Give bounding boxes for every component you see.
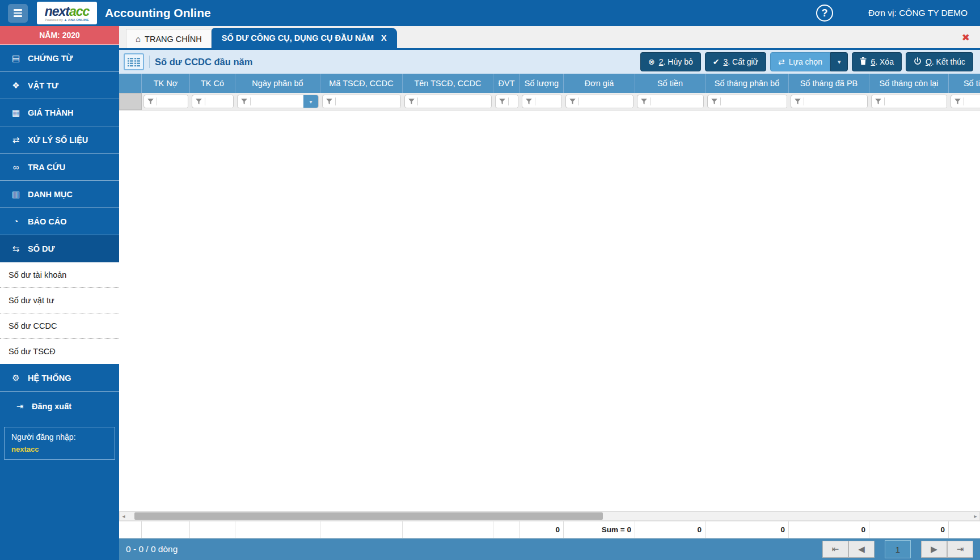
column-header[interactable]: Ngày phân bổ (235, 74, 320, 93)
filter-input[interactable] (495, 95, 518, 108)
filter-input[interactable] (192, 95, 234, 108)
filter-text-input[interactable] (509, 95, 518, 108)
sidebar-item-data-processing[interactable]: ⇄XỬ LÝ SỐ LIỆU (0, 126, 119, 154)
sidebar: NĂM: 2020 ▤CHỨNG TỪ❖VẬT TƯ▦GIÁ THÀNH⇄XỬ … (0, 26, 119, 560)
select-dropdown-button[interactable]: ▾ (830, 52, 848, 71)
delete-button[interactable]: 6. Xóa (852, 52, 902, 71)
filter-input[interactable] (951, 95, 980, 108)
scroll-right-arrow[interactable]: ▸ (971, 512, 979, 520)
scrollbar-thumb[interactable] (134, 512, 603, 520)
column-header[interactable]: TK Có (190, 74, 235, 93)
summary-cell (119, 521, 142, 538)
filter-input[interactable]: ▾ (237, 95, 319, 108)
filter-text-input[interactable] (721, 95, 787, 108)
filter-text-input[interactable] (579, 95, 633, 108)
filter-funnel-icon (795, 99, 801, 105)
filter-input[interactable] (404, 95, 492, 108)
filter-input[interactable] (565, 95, 633, 108)
filter-funnel-icon (954, 99, 961, 105)
select-button[interactable]: ⇄Lựa chọn (770, 52, 830, 71)
finish-button[interactable]: Q. Kết thúc (906, 52, 973, 71)
check-icon: ✔ (713, 57, 720, 66)
filter-cell (320, 93, 403, 110)
filter-funnel-icon (241, 99, 247, 105)
next-page-icon: ▶ (931, 544, 937, 554)
scroll-left-arrow[interactable]: ◂ (120, 512, 128, 520)
app-window: nextacc Powered by ▲ ANA ONLINE Accounti… (0, 0, 980, 560)
submenu-item[interactable]: Số dư vật tư (0, 288, 119, 313)
grid-view-icon[interactable] (124, 53, 144, 70)
sidebar-item-catalog[interactable]: ▥DANH MỤC (0, 181, 119, 208)
filter-text-input[interactable] (336, 95, 400, 108)
grid-body (119, 111, 980, 511)
row-header-cell (119, 93, 142, 110)
column-header[interactable]: TK Nợ (142, 74, 190, 93)
filter-input[interactable] (707, 95, 787, 108)
filter-cell (403, 93, 493, 110)
cancel-button[interactable]: ⊗2. Hủy bỏ (640, 52, 701, 71)
app-title: Accounting Online (105, 6, 211, 20)
column-header[interactable]: Số tháng đã PB (789, 74, 869, 93)
sidebar-item-label: GIÁ THÀNH (28, 108, 74, 117)
filter-text-input[interactable] (650, 95, 703, 108)
filter-text-input[interactable] (418, 95, 491, 108)
filter-funnel-icon (875, 99, 881, 105)
submenu-item[interactable]: Số dư TSCĐ (0, 339, 119, 364)
next-page-button[interactable]: ▶ (921, 541, 947, 558)
sidebar-item-pie-chart[interactable]: ◔BÁO CÁO (0, 208, 119, 235)
filter-input[interactable] (637, 95, 704, 108)
tab-so-du-ccdc[interactable]: SỐ DƯ CÔNG CỤ, DỤNG CỤ ĐẦU NĂM X (212, 28, 397, 48)
column-header[interactable]: Số tiề (949, 74, 980, 93)
submenu-item[interactable]: Số dư tài khoản (0, 262, 119, 288)
sidebar-item-documents[interactable]: ▤CHỨNG TỪ (0, 45, 119, 72)
sign-out-icon: ⇥ (12, 401, 27, 411)
filter-text-input[interactable] (251, 95, 303, 108)
filter-funnel-icon (196, 99, 202, 105)
year-banner: NĂM: 2020 (0, 26, 119, 45)
filter-calendar-dropdown[interactable]: ▾ (303, 95, 318, 108)
horizontal-scrollbar[interactable]: ◂ ▸ (119, 511, 980, 521)
help-icon[interactable]: ? (816, 5, 833, 22)
column-header[interactable]: ĐVT (493, 74, 520, 93)
sidebar-item-cost[interactable]: ▦GIÁ THÀNH (0, 99, 119, 126)
column-header-empty[interactable] (119, 74, 142, 93)
filter-input[interactable] (871, 95, 947, 108)
first-page-button[interactable]: ⇤ (822, 541, 848, 558)
sidebar-item-he-thong[interactable]: ⚙ HỆ THỐNG (0, 364, 119, 392)
filter-input[interactable] (143, 95, 188, 108)
filter-input[interactable] (791, 95, 868, 108)
column-header[interactable]: Số tháng phân bổ (706, 74, 789, 93)
column-header[interactable]: Đơn giá (564, 74, 635, 93)
filter-cell (142, 93, 190, 110)
tab-trang-chinh[interactable]: ⌂ TRANG CHÍNH (126, 29, 212, 48)
prev-page-button[interactable]: ◀ (848, 541, 875, 558)
save-button[interactable]: ✔3. Cất giữ (705, 52, 766, 71)
filter-text-input[interactable] (157, 95, 188, 108)
sidebar-item-label: DANH MỤC (28, 190, 73, 199)
filter-text-input[interactable] (804, 95, 867, 108)
filter-text-input[interactable] (535, 95, 561, 108)
column-header[interactable]: Số tháng còn lại (869, 74, 949, 93)
sidebar-item-dang-xuat[interactable]: ⇥ Đăng xuất (0, 392, 119, 421)
sidebar-item-shuffle[interactable]: ⇆SỐ DƯ (0, 235, 119, 262)
filter-text-input[interactable] (205, 95, 233, 108)
logged-in-label: Người đăng nhập: (11, 432, 108, 442)
submenu-item[interactable]: Số dư CCDC (0, 313, 119, 339)
column-header[interactable]: Số lượng (520, 74, 564, 93)
filter-text-input[interactable] (885, 95, 947, 108)
hamburger-menu-button[interactable] (8, 4, 28, 23)
filter-cell (520, 93, 564, 110)
filter-input[interactable] (522, 95, 562, 108)
filter-funnel-icon (711, 99, 717, 105)
last-page-button[interactable]: ⇥ (947, 541, 973, 558)
tab-close-icon[interactable]: X (381, 33, 387, 43)
column-header[interactable]: Mã TSCĐ, CCDC (320, 74, 403, 93)
sidebar-item-materials[interactable]: ❖VẬT TƯ (0, 72, 119, 99)
close-icon[interactable]: ✖ (962, 32, 970, 44)
filter-text-input[interactable] (964, 95, 980, 108)
column-header[interactable]: Số tiền (635, 74, 706, 93)
column-header[interactable]: Tên TSCĐ, CCDC (403, 74, 493, 93)
sidebar-item-binoculars[interactable]: ∞TRA CỨU (0, 154, 119, 181)
filter-input[interactable] (322, 95, 401, 108)
grid-filter-row: ▾ (119, 93, 980, 111)
